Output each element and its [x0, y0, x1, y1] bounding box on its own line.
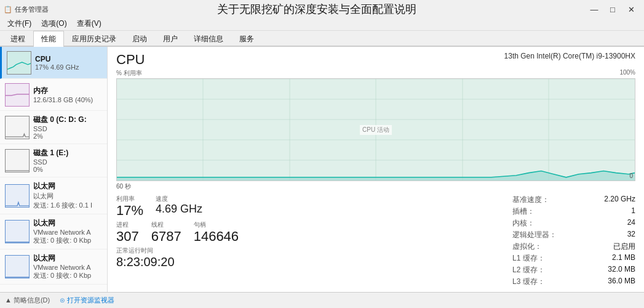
stat-right-row: 逻辑处理器：32: [512, 230, 635, 240]
memory-sidebar-subtitle: 12.6/31.8 GB (40%): [33, 96, 102, 103]
tab-users[interactable]: 用户: [155, 31, 186, 47]
handles-value: 146646: [194, 229, 239, 244]
stat-utilization: 利用率 17%: [116, 195, 143, 218]
speed-label: 速度: [156, 195, 202, 203]
uptime-label: 正常运行时间: [116, 246, 512, 255]
svg-rect-6: [6, 256, 29, 278]
app-name-bar: 📋 任务管理器: [4, 5, 49, 14]
tab-services[interactable]: 服务: [231, 31, 262, 47]
window-controls: — □ ✕: [585, 2, 640, 16]
sidebar-item-eth1[interactable]: 以太网 VMware Network A发送: 0 接收: 0 Kbp: [0, 214, 107, 249]
menu-view[interactable]: 查看(V): [72, 17, 106, 30]
tab-performance[interactable]: 性能: [33, 31, 64, 47]
disk0-thumb: [5, 116, 30, 139]
disk0-sidebar-subtitle: SSD2%: [33, 125, 102, 140]
stat-processes: 进程 307: [116, 221, 139, 244]
eth1-thumb: [5, 220, 30, 243]
menu-bar: 文件(F) 选项(O) 查看(V): [0, 17, 644, 31]
svg-rect-2: [6, 116, 29, 139]
brief-info-button[interactable]: ▲ 简略信息(D): [5, 296, 50, 305]
eth2-thumb: [5, 255, 30, 278]
processes-label: 进程: [116, 221, 139, 229]
disk1-sidebar-title: 磁盘 1 (E:): [33, 148, 102, 158]
eth1-sidebar-subtitle: VMware Network A发送: 0 接收: 0 Kbp: [33, 229, 102, 245]
svg-rect-5: [6, 221, 29, 243]
stats-row-1: 利用率 17% 速度 4.69 GHz: [116, 195, 512, 218]
eth1-sidebar-title: 以太网: [33, 218, 102, 229]
tab-app-history[interactable]: 应用历史记录: [64, 31, 124, 47]
chart-label-left: % 利用率: [116, 69, 142, 78]
threads-label: 线程: [151, 221, 181, 229]
stat-threads: 线程 6787: [151, 221, 181, 244]
tab-startup[interactable]: 启动: [124, 31, 155, 47]
stat-right-row: 虚拟化：已启用: [512, 241, 635, 252]
close-button[interactable]: ✕: [622, 2, 640, 16]
maximize-button[interactable]: □: [603, 2, 622, 16]
cpu-panel-header: CPU 13th Gen Intel(R) Core(TM) i9-13900H…: [116, 52, 635, 68]
stat-key: 内核：: [512, 218, 535, 229]
stat-handles: 句柄 146646: [194, 221, 239, 244]
stat-val: 32: [627, 230, 635, 240]
cpu-stats: 利用率 17% 速度 4.69 GHz 进程 307 线程 67: [116, 195, 635, 288]
sidebar-item-cpu[interactable]: CPU 17% 4.69 GHz: [0, 47, 107, 79]
stat-val: 32.0 MB: [608, 265, 635, 275]
cpu-sidebar-info: CPU 17% 4.69 GHz: [35, 55, 102, 71]
stat-speed: 速度 4.69 GHz: [156, 195, 202, 218]
stat-right-row: L3 缓存：36.0 MB: [512, 277, 635, 287]
open-resource-monitor-button[interactable]: ⊙ 打开资源监视器: [60, 296, 114, 305]
memory-thumb: [5, 83, 30, 107]
open-resource-label: ⊙ 打开资源监视器: [60, 296, 114, 305]
svg-rect-4: [6, 185, 29, 207]
speed-value: 4.69 GHz: [156, 203, 202, 216]
stats-left: 利用率 17% 速度 4.69 GHz 进程 307 线程 67: [116, 195, 512, 288]
menu-options[interactable]: 选项(O): [36, 17, 71, 30]
stats-row-2: 进程 307 线程 6787 句柄 146646: [116, 221, 512, 244]
cpu-panel-title: CPU: [116, 52, 145, 68]
threads-value: 6787: [151, 229, 181, 244]
svg-rect-3: [6, 150, 29, 172]
eth0-thumb: [5, 184, 30, 208]
disk0-sidebar-title: 磁盘 0 (C: D: G:: [33, 115, 102, 125]
stat-key: 插槽：: [512, 206, 535, 217]
stat-right-row: 插槽：1: [512, 206, 635, 217]
svg-rect-1: [6, 84, 29, 106]
stat-val: 2.1 MB: [612, 253, 635, 264]
cpu-sidebar-title: CPU: [35, 55, 102, 63]
stat-right-row: L1 缓存：2.1 MB: [512, 253, 635, 264]
bottom-bar: ▲ 简略信息(D) ⊙ 打开资源监视器: [0, 292, 644, 308]
stat-val: 24: [627, 218, 635, 229]
cpu-thumb: [7, 51, 31, 75]
stat-key: L1 缓存：: [512, 253, 545, 264]
chart-label-right: 100%: [619, 69, 635, 78]
disk1-sidebar-info: 磁盘 1 (E:) SSD0%: [33, 148, 102, 173]
tab-details[interactable]: 详细信息: [186, 31, 231, 47]
app-name: 任务管理器: [15, 5, 49, 14]
processes-value: 307: [116, 229, 139, 244]
utilization-label: 利用率: [116, 195, 143, 203]
cpu-chart: CPU 活动 0: [116, 78, 635, 181]
stat-key: L3 缓存：: [512, 277, 545, 287]
sidebar-item-eth0[interactable]: 以太网 以太网发送: 1.6 接收: 0.1 I: [0, 177, 107, 214]
sidebar-item-memory[interactable]: 内存 12.6/31.8 GB (40%): [0, 79, 107, 111]
menu-file[interactable]: 文件(F): [2, 17, 36, 30]
eth0-sidebar-title: 以太网: [33, 181, 102, 192]
cpu-model: 13th Gen Intel(R) Core(TM) i9-13900HX: [504, 52, 635, 60]
sidebar-item-eth2[interactable]: 以太网 VMware Network A发送: 0 接收: 0 Kbp: [0, 249, 107, 285]
sidebar-item-disk0[interactable]: 磁盘 0 (C: D: G: SSD2%: [0, 111, 107, 144]
minimize-button[interactable]: —: [585, 2, 603, 16]
window-title: 关于无限挖矿的深度安装与全面配置说明: [49, 2, 585, 17]
stat-val: 36.0 MB: [608, 277, 635, 287]
chart-zero-label: 0: [629, 172, 633, 179]
stat-uptime: 正常运行时间 8:23:09:20: [116, 246, 512, 269]
utilization-value: 17%: [116, 203, 143, 218]
tab-processes[interactable]: 进程: [2, 31, 33, 47]
handles-label: 句柄: [194, 221, 239, 229]
sidebar-item-disk1[interactable]: 磁盘 1 (E:) SSD0%: [0, 144, 107, 177]
brief-info-label: ▲ 简略信息(D): [5, 296, 50, 305]
stat-key: L2 缓存：: [512, 265, 545, 275]
cpu-panel: CPU 13th Gen Intel(R) Core(TM) i9-13900H…: [108, 47, 644, 292]
app-icon: 📋: [4, 6, 12, 14]
stat-key: 逻辑处理器：: [512, 230, 557, 240]
eth0-sidebar-subtitle: 以太网发送: 1.6 接收: 0.1 I: [33, 192, 102, 210]
sidebar: CPU 17% 4.69 GHz 内存 12.6/31.8 GB (40%): [0, 47, 108, 292]
